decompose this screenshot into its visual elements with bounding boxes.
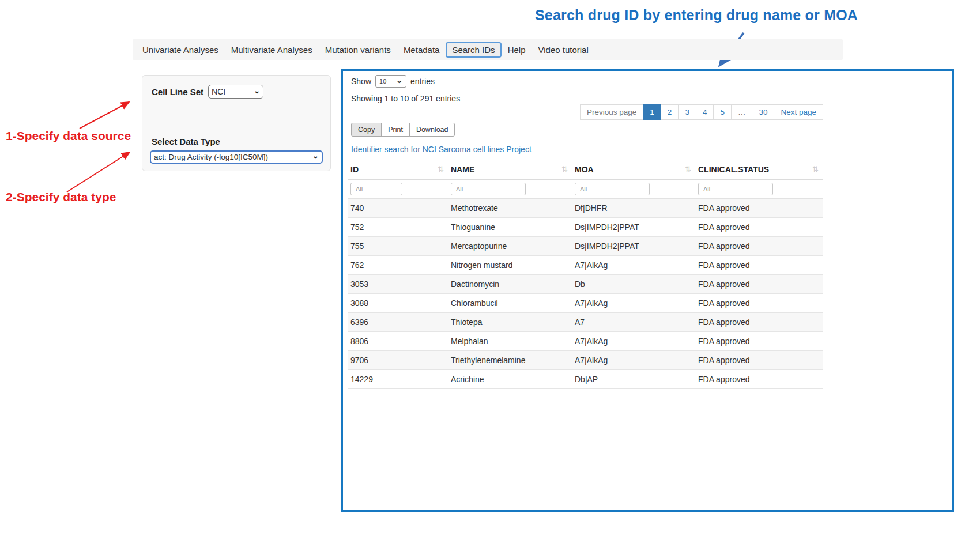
cell-id: 9706	[348, 351, 448, 370]
cell-status: FDA approved	[696, 237, 823, 256]
table-row: 3053 Dactinomycin Db FDA approved	[348, 275, 823, 294]
tab-metadata[interactable]: Metadata	[397, 42, 446, 58]
show-entries-control: Show 10 ⌄ entries	[351, 75, 435, 88]
red-arrow-1	[80, 102, 129, 129]
cell-status: FDA approved	[696, 218, 823, 237]
download-button[interactable]: Download	[409, 123, 455, 137]
cell-moa: Db	[572, 275, 696, 294]
cell-id: 762	[348, 256, 448, 275]
control-panel: Cell Line Set NCI ⌄ Select Data Type act…	[142, 75, 331, 171]
sort-icon: ⇅	[812, 165, 819, 173]
column-header-id[interactable]: ID⇅	[348, 160, 448, 179]
pagination-page-5[interactable]: 5	[713, 104, 732, 120]
chevron-down-icon: ⌄	[396, 77, 402, 84]
pagination-page-2[interactable]: 2	[661, 104, 679, 120]
cell-line-set-label: Cell Line Set	[152, 87, 203, 97]
cell-status: FDA approved	[696, 351, 823, 370]
table-row: 8806 Melphalan A7|AlkAg FDA approved	[348, 332, 823, 351]
cell-status: FDA approved	[696, 199, 823, 218]
cell-id: 14229	[348, 370, 448, 389]
data-type-value: act: Drug Activity (-log10[IC50M])	[154, 153, 268, 161]
table-header-row: ID⇅ NAME⇅ MOA⇅ CLINICAL.STATUS⇅	[348, 160, 823, 179]
red-arrow-2	[67, 152, 130, 192]
cell-moa: Df|DHFR	[572, 199, 696, 218]
tab-help[interactable]: Help	[502, 42, 532, 58]
print-button[interactable]: Print	[381, 123, 410, 137]
cell-status: FDA approved	[696, 256, 823, 275]
identifier-search-link[interactable]: Identifier search for NCI Sarcoma cell l…	[351, 145, 532, 154]
annotation-step2: 2-Specify data type	[6, 190, 116, 204]
drug-id-table: ID⇅ NAME⇅ MOA⇅ CLINICAL.STATUS⇅ 740 Meth…	[348, 160, 823, 389]
annotation-heading: Search drug ID by entering drug name or …	[535, 7, 858, 24]
chevron-down-icon: ⌄	[312, 152, 319, 160]
annotation-step1: 1-Specify data source	[6, 129, 131, 143]
data-type-label: Select Data Type	[152, 137, 220, 146]
table-filter-row	[348, 179, 823, 199]
table-row: 752 Thioguanine Ds|IMPDH2|PPAT FDA appro…	[348, 218, 823, 237]
pagination-previous[interactable]: Previous page	[580, 104, 643, 120]
column-header-name[interactable]: NAME⇅	[448, 160, 572, 179]
sort-icon: ⇅	[561, 165, 568, 173]
top-nav: Univariate Analyses Multivariate Analyse…	[133, 39, 843, 60]
showing-entries-text: Showing 1 to 10 of 291 entries	[351, 94, 460, 103]
cell-moa: Db|AP	[572, 370, 696, 389]
cell-moa: A7	[572, 313, 696, 332]
page-length-value: 10	[379, 78, 386, 85]
cell-moa: A7|AlkAg	[572, 332, 696, 351]
sort-icon: ⇅	[438, 165, 444, 173]
cell-line-set-select[interactable]: NCI ⌄	[208, 85, 263, 99]
tab-video-tutorial[interactable]: Video tutorial	[532, 42, 594, 58]
filter-input-moa[interactable]	[575, 183, 650, 195]
pagination-next[interactable]: Next page	[774, 104, 823, 120]
show-label: Show	[351, 77, 371, 86]
cell-status: FDA approved	[696, 294, 823, 313]
cell-name: Melphalan	[448, 332, 572, 351]
page: Search drug ID by entering drug name or …	[0, 0, 980, 551]
column-header-clinical-status[interactable]: CLINICAL.STATUS⇅	[696, 160, 823, 179]
tab-univariate-analyses[interactable]: Univariate Analyses	[136, 42, 225, 58]
cell-id: 752	[348, 218, 448, 237]
cell-name: Nitrogen mustard	[448, 256, 572, 275]
filter-input-clinical-status[interactable]	[698, 183, 773, 195]
sort-icon: ⇅	[685, 165, 691, 173]
cell-moa: A7|AlkAg	[572, 351, 696, 370]
cell-name: Thioguanine	[448, 218, 572, 237]
tab-search-ids[interactable]: Search IDs	[446, 42, 501, 58]
table-row: 14229 Acrichine Db|AP FDA approved	[348, 370, 823, 389]
data-type-select[interactable]: act: Drug Activity (-log10[IC50M]) ⌄	[150, 150, 323, 164]
cell-status: FDA approved	[696, 332, 823, 351]
filter-input-id[interactable]	[350, 183, 402, 195]
pagination-page-30[interactable]: 30	[752, 104, 774, 120]
cell-name: Thiotepa	[448, 313, 572, 332]
cell-moa: A7|AlkAg	[572, 294, 696, 313]
table-row: 9706 Triethylenemelamine A7|AlkAg FDA ap…	[348, 351, 823, 370]
pagination-ellipsis: …	[731, 104, 753, 120]
tab-mutation-variants[interactable]: Mutation variants	[319, 42, 397, 58]
cell-line-set-value: NCI	[212, 87, 225, 96]
chevron-down-icon: ⌄	[254, 87, 260, 95]
tab-multivariate-analyses[interactable]: Multivariate Analyses	[225, 42, 319, 58]
page-length-select[interactable]: 10 ⌄	[375, 75, 406, 88]
cell-id: 755	[348, 237, 448, 256]
copy-button[interactable]: Copy	[351, 123, 382, 137]
column-header-moa[interactable]: MOA⇅	[572, 160, 696, 179]
cell-status: FDA approved	[696, 370, 823, 389]
cell-id: 8806	[348, 332, 448, 351]
pagination-page-3[interactable]: 3	[678, 104, 696, 120]
cell-id: 3053	[348, 275, 448, 294]
pagination: Previous page 1 2 3 4 5 … 30 Next page	[581, 104, 823, 120]
pagination-page-1[interactable]: 1	[643, 104, 661, 120]
cell-name: Triethylenemelamine	[448, 351, 572, 370]
table-row: 762 Nitrogen mustard A7|AlkAg FDA approv…	[348, 256, 823, 275]
results-panel: Show 10 ⌄ entries Showing 1 to 10 of 291…	[341, 69, 954, 512]
pagination-page-4[interactable]: 4	[696, 104, 714, 120]
cell-status: FDA approved	[696, 313, 823, 332]
filter-input-name[interactable]	[451, 183, 526, 195]
cell-name: Chlorambucil	[448, 294, 572, 313]
table-row: 3088 Chlorambucil A7|AlkAg FDA approved	[348, 294, 823, 313]
cell-moa: A7|AlkAg	[572, 256, 696, 275]
cell-name: Dactinomycin	[448, 275, 572, 294]
cell-moa: Ds|IMPDH2|PPAT	[572, 237, 696, 256]
cell-id: 740	[348, 199, 448, 218]
cell-name: Acrichine	[448, 370, 572, 389]
